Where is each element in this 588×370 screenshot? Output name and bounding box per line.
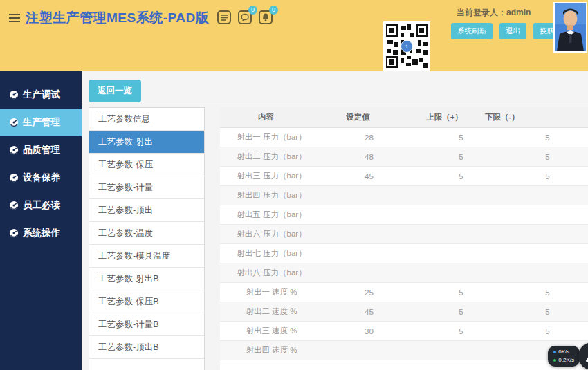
table-body: 射出一 压力（bar） 28 5 5 射出二 压力（bar） 48 5 5 射出… xyxy=(220,128,588,370)
table-row[interactable]: 射出七 压力（bar） xyxy=(220,244,588,263)
hamburger-menu-icon[interactable] xyxy=(9,14,20,22)
sidebar-item[interactable]: 员工必读 xyxy=(0,192,82,219)
param-menu-item[interactable]: 工艺参数-温度 xyxy=(89,222,204,245)
sidebar-item[interactable]: 品质管理 xyxy=(0,136,82,164)
sidebar-item-label: 系统操作 xyxy=(23,227,60,239)
cell-upper-limit: 5 xyxy=(415,147,507,166)
param-menu: 工艺参数信息 工艺参数-射出 工艺参数-保压 工艺参数-计量 工艺参数-顶出 工… xyxy=(89,107,205,370)
divider xyxy=(82,104,588,104)
sidebar-item[interactable]: 系统操作 xyxy=(0,219,82,247)
table-row[interactable]: 射出三 压力（bar） 45 5 5 xyxy=(220,167,588,186)
sidebar-item-label: 生产调试 xyxy=(23,89,60,101)
topbar: 注塑生产管理MES系统-PAD版 0 xyxy=(0,0,588,71)
param-menu-item[interactable]: 工艺参数-射出 xyxy=(89,131,204,154)
table-header-cell: 设定值 xyxy=(312,107,404,127)
message-icon[interactable]: 0 xyxy=(237,10,252,25)
header-action-button[interactable]: 系统刷新 xyxy=(451,23,493,39)
param-table: 内容 设定值 上限（+） 下限（-） 射出一 压力（bar） 28 5 5 xyxy=(220,107,588,370)
table-row[interactable]: 射出五 压力（bar） xyxy=(220,205,588,225)
cell-set-value xyxy=(323,360,415,370)
param-menu-item[interactable] xyxy=(89,359,204,370)
cell-content-name: 射出一 速度 % xyxy=(220,283,323,302)
cell-content-name: 射出二 速度 % xyxy=(220,302,323,321)
header-icon-group: 0 0 xyxy=(217,10,273,25)
upload-dot-icon xyxy=(553,351,556,353)
cell-lower-limit xyxy=(507,225,588,243)
cell-lower-limit: 5 xyxy=(507,322,588,340)
form-list-icon[interactable] xyxy=(217,10,232,25)
sidebar-item-label: 生产管理 xyxy=(23,116,60,129)
cell-set-value xyxy=(323,186,415,205)
param-menu-item[interactable]: 工艺参数信息 xyxy=(89,108,204,131)
table-row[interactable]: 射出二 速度 % 45 5 5 xyxy=(220,302,588,322)
network-speed-pill[interactable]: 0K/s 0.2K/s xyxy=(548,346,580,367)
cell-upper-limit xyxy=(415,263,507,282)
param-menu-item[interactable]: 工艺参数-保压B xyxy=(89,290,204,313)
sidebar-item-label: 品质管理 xyxy=(23,144,60,156)
cell-set-value xyxy=(323,341,415,360)
param-menu-item[interactable]: 工艺参数-计量 xyxy=(89,176,204,199)
app-title: 注塑生产管理MES系统-PAD版 xyxy=(26,9,209,27)
cell-upper-limit: 5 xyxy=(415,302,507,321)
cell-set-value: 45 xyxy=(323,302,415,321)
cell-upper-limit xyxy=(415,244,507,263)
table-row[interactable]: 射出四 压力（bar） xyxy=(220,186,588,205)
back-to-overview-button[interactable]: 返回一览 xyxy=(89,80,141,102)
param-menu-item[interactable]: 工艺参数-模具温度 xyxy=(89,245,204,268)
main-content: 返回一览 工艺参数信息 工艺参数-射出 工艺参数-保压 工艺参数-计量 工艺参数… xyxy=(82,71,588,370)
cell-content-name xyxy=(220,360,323,370)
table-row[interactable]: 射出一 速度 % 25 5 5 xyxy=(220,283,588,302)
floating-assistant-icon[interactable] xyxy=(578,342,588,370)
cell-lower-limit xyxy=(507,244,588,263)
download-speed: 0.2K/s xyxy=(558,356,574,364)
param-menu-item[interactable]: 工艺参数-射出B xyxy=(89,268,204,290)
table-row[interactable]: 射出一 压力（bar） 28 5 5 xyxy=(220,128,588,147)
cell-set-value xyxy=(323,263,415,282)
table-row[interactable]: 射出八 压力（bar） xyxy=(220,263,588,283)
gauge-icon xyxy=(9,228,19,238)
cell-set-value: 28 xyxy=(323,128,415,147)
cell-lower-limit: 5 xyxy=(507,147,588,166)
cell-set-value xyxy=(323,244,415,263)
user-avatar[interactable] xyxy=(553,2,587,53)
param-menu-item[interactable]: 工艺参数-保压 xyxy=(89,154,204,176)
qr-code: 1 xyxy=(383,21,430,71)
table-row[interactable]: 射出二 压力（bar） 48 5 5 xyxy=(220,147,588,167)
param-menu-item[interactable]: 工艺参数-计量B xyxy=(89,313,204,336)
cell-content-name: 射出四 压力（bar） xyxy=(220,186,323,205)
download-dot-icon xyxy=(553,359,556,362)
cell-lower-limit: 5 xyxy=(507,283,588,302)
sidebar-item-label: 设备保养 xyxy=(23,172,60,184)
param-menu-item[interactable]: 工艺参数-顶出B xyxy=(89,336,204,359)
network-speed-widget[interactable]: 0K/s 0.2K/s xyxy=(498,341,588,370)
sidebar-item[interactable]: 设备保养 xyxy=(0,164,82,192)
alarm-bell-icon[interactable]: 0 xyxy=(258,10,273,25)
cell-content-name: 射出六 压力（bar） xyxy=(220,225,323,243)
gauge-icon xyxy=(9,201,19,210)
gauge-icon xyxy=(9,173,19,183)
cell-lower-limit: 5 xyxy=(507,302,588,321)
cell-content-name: 射出四 速度 % xyxy=(220,341,323,360)
cell-upper-limit: 5 xyxy=(415,283,507,302)
gauge-icon xyxy=(9,145,19,155)
sidebar-item-label: 员工必读 xyxy=(23,199,60,212)
cell-upper-limit xyxy=(415,360,507,370)
table-header-row: 内容 设定值 上限（+） 下限（-） xyxy=(220,107,588,128)
sidebar-item[interactable]: 生产调试 xyxy=(0,81,82,109)
table-row[interactable]: 射出六 压力（bar） xyxy=(220,225,588,244)
table-row[interactable]: 射出三 速度 % 30 5 5 xyxy=(220,322,588,341)
cell-content-name: 射出三 压力（bar） xyxy=(220,167,323,185)
current-user-label: 当前登录人：admin xyxy=(457,7,531,19)
cell-upper-limit: 5 xyxy=(415,167,507,185)
app-root: 注塑生产管理MES系统-PAD版 0 xyxy=(0,0,588,370)
cell-content-name: 射出三 速度 % xyxy=(220,322,323,340)
param-menu-item[interactable]: 工艺参数-顶出 xyxy=(89,199,204,222)
cell-upper-limit xyxy=(415,225,507,243)
header-action-button[interactable]: 退出 xyxy=(499,23,526,39)
qr-center-logo: 1 xyxy=(401,40,413,53)
sidebar-item[interactable]: 生产管理 xyxy=(0,109,82,136)
cell-upper-limit: 5 xyxy=(415,128,507,147)
table-header-cell: 内容 xyxy=(220,107,312,127)
cell-set-value xyxy=(323,205,415,224)
cell-set-value xyxy=(323,225,415,243)
